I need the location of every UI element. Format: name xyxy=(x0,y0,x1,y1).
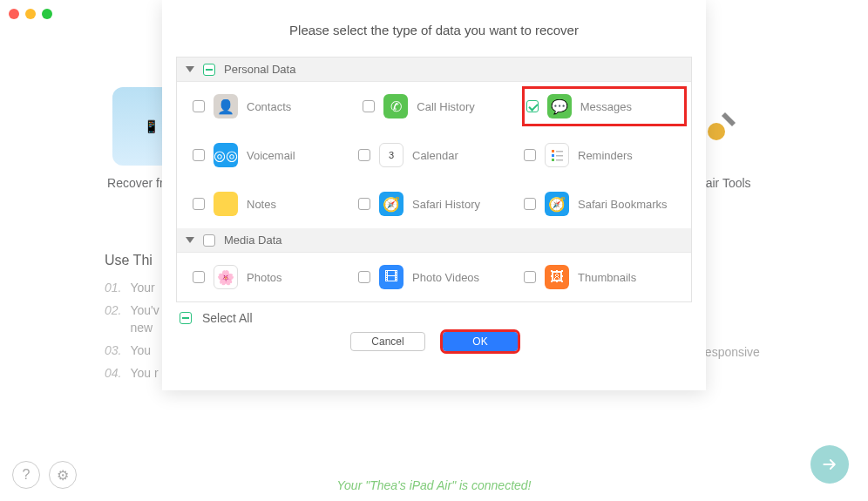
checkbox[interactable] xyxy=(363,100,375,112)
dialog-title: Please select the type of data you want … xyxy=(176,23,692,37)
data-type-call-history[interactable]: ✆ Call History xyxy=(356,91,526,122)
chevron-down-icon xyxy=(186,66,194,72)
ipad-icon: 📱 xyxy=(144,119,159,133)
data-type-photo-videos[interactable]: 🎞 Photo Videos xyxy=(351,261,517,293)
group-header-personal[interactable]: Personal Data xyxy=(177,58,691,82)
photos-icon: 🌸 xyxy=(214,265,238,289)
svg-rect-1 xyxy=(552,150,554,152)
svg-point-0 xyxy=(708,123,725,140)
cancel-button[interactable]: Cancel xyxy=(350,332,425,351)
checkbox[interactable] xyxy=(358,271,370,283)
select-all-label[interactable]: Select All xyxy=(202,311,253,325)
cell-label: Safari History xyxy=(412,198,480,211)
ok-button[interactable]: OK xyxy=(443,332,518,351)
group-label: Personal Data xyxy=(224,63,295,76)
data-type-safari-bookmarks[interactable]: 🧭 Safari Bookmarks xyxy=(517,188,682,220)
connection-status: Your "Thea's iPad Air" is connected! xyxy=(337,478,532,492)
svg-rect-6 xyxy=(556,159,563,161)
checkbox[interactable] xyxy=(193,149,205,161)
calendar-icon: 3 xyxy=(379,143,403,167)
checkbox[interactable] xyxy=(524,149,536,161)
data-type-messages[interactable]: 💬 Messages xyxy=(522,86,687,126)
proceed-button[interactable] xyxy=(810,445,849,484)
cell-label: Calendar xyxy=(412,149,458,162)
cell-label: Voicemail xyxy=(247,149,295,162)
cell-label: Call History xyxy=(417,100,474,113)
cell-label: Safari Bookmarks xyxy=(578,198,668,211)
data-type-photos[interactable]: 🌸 Photos xyxy=(186,261,351,293)
cell-label: Messages xyxy=(580,100,632,113)
data-select-dialog: Please select the type of data you want … xyxy=(162,0,706,390)
cell-label: Contacts xyxy=(247,100,291,113)
reminders-icon xyxy=(545,143,569,167)
checkbox[interactable] xyxy=(524,271,536,283)
group-checkbox-personal[interactable] xyxy=(203,64,215,76)
data-type-reminders[interactable]: Reminders xyxy=(517,139,682,171)
voicemail-icon: ◎◎ xyxy=(214,143,238,167)
data-type-voicemail[interactable]: ◎◎ Voicemail xyxy=(186,139,351,171)
svg-rect-5 xyxy=(556,155,563,157)
cell-label: Photos xyxy=(247,271,281,284)
arrow-right-icon xyxy=(821,456,838,473)
thumbnail-icon: 🖼 xyxy=(545,265,569,289)
safari-icon: 🧭 xyxy=(545,192,569,216)
footer-status: Your "Thea's iPad Air" is connected! xyxy=(0,478,868,492)
select-all-checkbox[interactable] xyxy=(180,312,192,324)
svg-rect-2 xyxy=(552,154,554,157)
checkbox[interactable] xyxy=(358,198,370,210)
checkbox[interactable] xyxy=(193,100,205,112)
table-row: 👤 Contacts ✆ Call History 💬 Messages xyxy=(177,82,691,131)
notes-icon xyxy=(214,192,238,216)
safari-icon: 🧭 xyxy=(379,192,403,216)
chevron-down-icon xyxy=(186,237,194,243)
cell-label: Thumbnails xyxy=(578,271,636,284)
table-row: Notes 🧭 Safari History 🧭 Safari Bookmark… xyxy=(177,179,691,228)
group-label: Media Data xyxy=(224,234,281,247)
checkbox[interactable] xyxy=(524,198,536,210)
group-checkbox-media[interactable] xyxy=(203,234,215,247)
svg-rect-4 xyxy=(556,151,563,152)
checkbox[interactable] xyxy=(193,198,205,210)
data-type-contacts[interactable]: 👤 Contacts xyxy=(186,91,356,122)
data-type-calendar[interactable]: 3 Calendar xyxy=(351,139,517,171)
data-type-thumbnails[interactable]: 🖼 Thumbnails xyxy=(517,261,682,293)
table-row: 🌸 Photos 🎞 Photo Videos 🖼 Thumbnails xyxy=(177,253,691,301)
checkbox[interactable] xyxy=(193,271,205,283)
photo-video-icon: 🎞 xyxy=(379,265,403,289)
checkbox[interactable] xyxy=(526,100,539,112)
message-icon: 💬 xyxy=(547,94,572,118)
phone-icon: ✆ xyxy=(383,94,408,118)
checkbox[interactable] xyxy=(358,149,370,161)
cell-label: Reminders xyxy=(578,149,633,162)
wrench-gear-icon xyxy=(701,105,743,147)
data-type-notes[interactable]: Notes xyxy=(186,188,351,220)
data-type-safari-history[interactable]: 🧭 Safari History xyxy=(351,188,517,220)
table-row: ◎◎ Voicemail 3 Calendar Reminders xyxy=(177,131,691,179)
contacts-icon: 👤 xyxy=(214,94,238,118)
group-header-media[interactable]: Media Data xyxy=(177,228,691,253)
cell-label: Photo Videos xyxy=(412,271,479,284)
cell-label: Notes xyxy=(247,198,276,211)
svg-rect-3 xyxy=(552,159,554,161)
